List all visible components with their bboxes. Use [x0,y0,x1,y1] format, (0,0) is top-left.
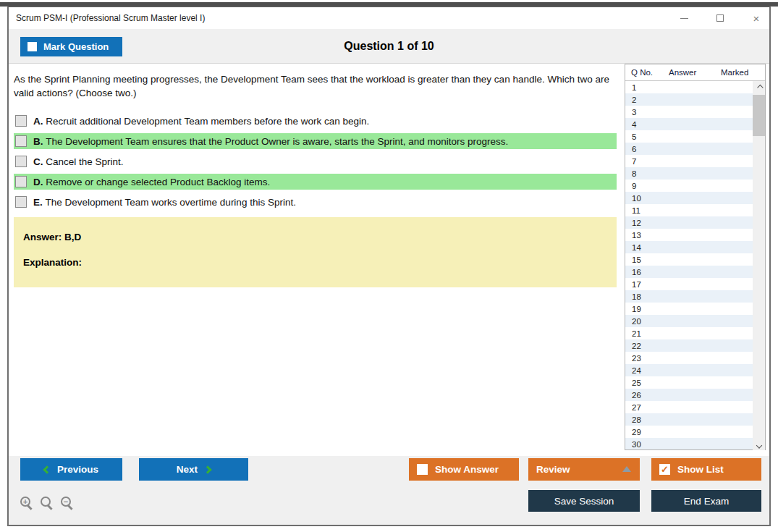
question-counter: Question 1 of 10 [9,29,769,64]
show-list-checkbox[interactable]: ✓ [659,464,670,475]
explanation-text: Explanation: [23,257,82,268]
row-q-number: 25 [625,379,663,387]
question-toolbar: Question 1 of 10 Mark Question [9,29,769,64]
question-list-row[interactable]: 10 [625,192,753,204]
option-row[interactable]: E. The Development Team works overtime d… [14,194,617,210]
row-q-number: 22 [625,342,663,350]
question-list-row[interactable]: 8 [625,167,753,180]
footer-bar: Previous Next Show Answer Review ✓ Show … [9,456,769,525]
row-q-number: 23 [625,354,663,363]
question-list-scrollbar[interactable] [753,81,765,450]
row-q-number: 5 [625,132,663,141]
column-header-qno: Q No. [631,68,653,77]
question-list-row[interactable]: 17 [625,278,753,290]
question-list-row[interactable]: 9 [625,180,753,192]
row-q-number: 8 [625,169,663,178]
minimize-button[interactable] [678,12,690,24]
row-q-number: 12 [625,219,663,227]
row-q-number: 13 [625,231,663,240]
answer-panel: Answer: B,D Explanation: [14,217,617,287]
question-list-row[interactable]: 30 [625,438,753,449]
question-list-row[interactable]: 5 [625,130,753,143]
show-answer-button[interactable]: Show Answer [409,458,519,481]
question-list-row[interactable]: 24 [625,364,753,376]
row-q-number: 2 [625,96,663,104]
question-list-row[interactable]: 20 [625,315,753,327]
maximize-button[interactable] [714,12,726,24]
zoom-reset-icon[interactable] [41,497,54,510]
question-list-row[interactable]: 16 [625,266,753,278]
option-checkbox[interactable] [15,156,27,167]
question-list-row[interactable]: 13 [625,229,753,241]
question-list-row[interactable]: 18 [625,290,753,303]
chevron-left-icon [43,465,51,473]
question-list-row[interactable]: 26 [625,389,753,401]
question-list-row[interactable]: 3 [625,106,753,118]
question-list-row[interactable]: 14 [625,241,753,253]
mark-question-checkbox[interactable] [28,42,37,51]
option-text: D. Remove or change selected Product Bac… [33,177,270,187]
option-row[interactable]: A. Recruit additional Development Team m… [14,113,617,129]
scroll-down-button[interactable] [753,438,765,450]
question-list-row[interactable]: 12 [625,216,753,229]
row-q-number: 11 [625,206,663,215]
save-session-button[interactable]: Save Session [528,490,640,512]
option-checkbox[interactable] [15,176,27,187]
row-q-number: 9 [625,182,663,190]
question-list-row[interactable]: 6 [625,143,753,155]
row-q-number: 15 [625,256,663,264]
show-list-button[interactable]: ✓ Show List [651,458,761,481]
scroll-up-button[interactable] [753,81,765,93]
show-answer-label: Show Answer [435,464,499,475]
scrollbar-thumb[interactable] [753,95,765,136]
option-checkbox[interactable] [15,196,27,208]
option-text: E. The Development Team works overtime d… [33,197,296,208]
answer-text: Answer: B,D [23,232,81,242]
question-list-row[interactable]: 25 [625,376,753,389]
question-list-header: Q No. Answer Marked [625,64,765,81]
question-list-row[interactable]: 23 [625,352,753,364]
show-answer-checkbox[interactable] [417,464,428,475]
question-list-row[interactable]: 4 [625,118,753,130]
row-q-number: 16 [625,268,663,276]
row-q-number: 7 [625,157,663,166]
row-q-number: 30 [625,440,663,449]
close-button[interactable]: × [750,12,762,24]
option-text: B. The Development Team ensures that the… [33,136,508,147]
question-list-row[interactable]: 1 [625,81,753,93]
zoom-out-icon[interactable]: − [61,497,74,510]
window-controls: × [678,7,762,29]
question-list-row[interactable]: 15 [625,253,753,266]
row-q-number: 1 [625,83,663,92]
mark-question-label: Mark Question [43,41,109,52]
question-list-row[interactable]: 7 [625,155,753,167]
question-list-row[interactable]: 29 [625,426,753,438]
option-checkbox[interactable] [15,135,27,147]
checkmark-icon: ✓ [661,465,669,474]
end-exam-button[interactable]: End Exam [651,490,761,512]
question-list-row[interactable]: 27 [625,401,753,413]
triangle-up-icon [622,466,631,472]
question-list-row[interactable]: 2 [625,93,753,106]
option-row[interactable]: D. Remove or change selected Product Bac… [14,174,617,190]
option-checkbox[interactable] [15,115,27,127]
question-list-row[interactable]: 21 [625,327,753,339]
previous-button[interactable]: Previous [20,458,122,481]
column-header-marked: Marked [721,68,748,77]
option-row[interactable]: B. The Development Team ensures that the… [14,133,617,149]
question-list-row[interactable]: 22 [625,339,753,352]
zoom-in-icon[interactable]: + [20,497,33,510]
question-list-row[interactable]: 19 [625,303,753,315]
next-button[interactable]: Next [139,458,248,481]
review-button[interactable]: Review [528,458,640,481]
row-q-number: 28 [625,415,663,424]
mark-question-button[interactable]: Mark Question [20,37,122,56]
question-list-row[interactable]: 28 [625,413,753,426]
question-text: As the Sprint Planning meeting progresse… [14,72,622,100]
row-q-number: 21 [625,329,663,338]
option-row[interactable]: C. Cancel the Sprint. [14,153,617,169]
question-list-row[interactable]: 11 [625,204,753,216]
chevron-right-icon [203,465,211,473]
row-q-number: 10 [625,194,663,203]
column-header-answer: Answer [669,68,696,77]
